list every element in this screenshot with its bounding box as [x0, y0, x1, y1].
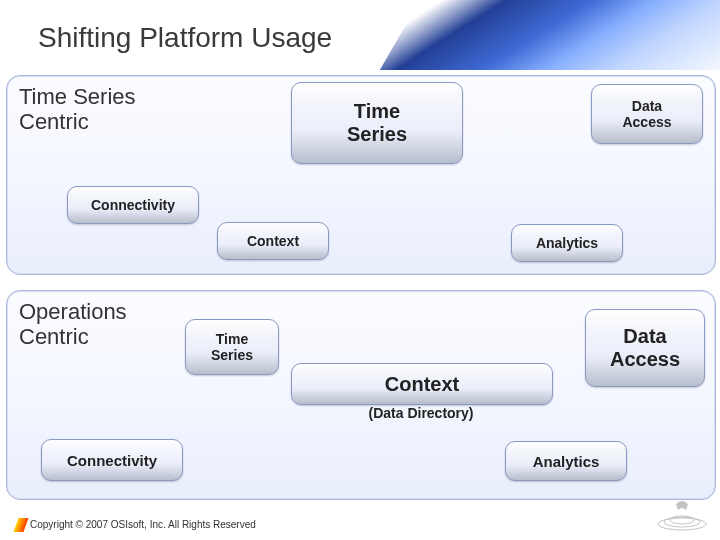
box-analytics-top: Analytics [511, 224, 623, 262]
copyright-accent [13, 518, 28, 532]
panel-operations-centric: Operations Centric Time Series Data Acce… [6, 290, 716, 500]
footer-logo [656, 500, 708, 532]
panel-title-top: Time Series Centric [19, 84, 136, 135]
context-group: Context (Data Directory) [291, 363, 551, 423]
box-context-bottom: Context [291, 363, 553, 405]
slide-title: Shifting Platform Usage [38, 22, 332, 54]
box-time-series-top: Time Series [291, 82, 463, 164]
header-banner [380, 0, 720, 70]
box-time-series-bottom: Time Series [185, 319, 279, 375]
context-subtitle: (Data Directory) [291, 405, 551, 421]
panel-time-series-centric: Time Series Centric Time Series Data Acc… [6, 75, 716, 275]
box-data-access-top: Data Access [591, 84, 703, 144]
box-connectivity-bottom: Connectivity [41, 439, 183, 481]
box-analytics-bottom: Analytics [505, 441, 627, 481]
box-data-access-bottom: Data Access [585, 309, 705, 387]
copyright-text: Copyright © 2007 OSIsoft, Inc. All Right… [30, 519, 256, 530]
panel-title-bottom: Operations Centric [19, 299, 127, 350]
box-connectivity-top: Connectivity [67, 186, 199, 224]
box-context-top: Context [217, 222, 329, 260]
